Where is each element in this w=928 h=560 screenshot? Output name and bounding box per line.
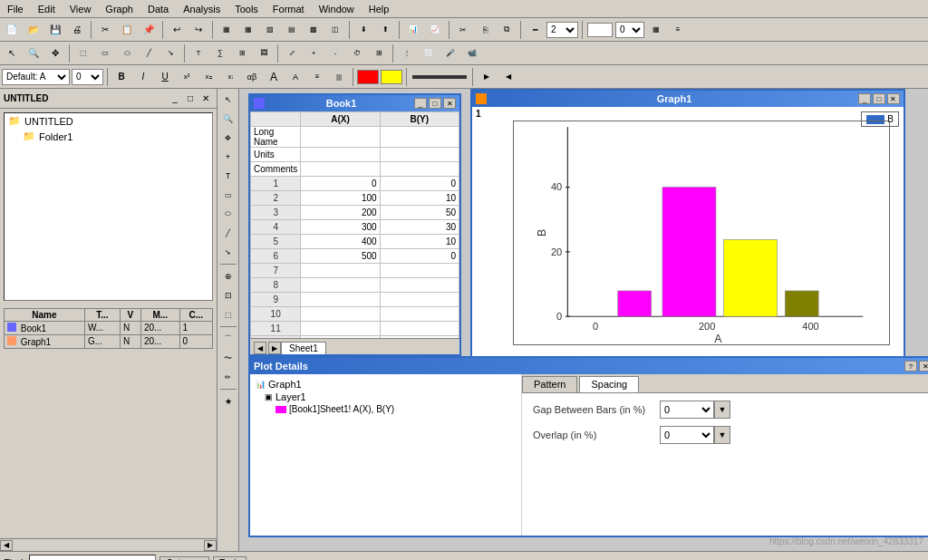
tb-g1[interactable]: ✂	[453, 20, 473, 40]
sheet-cell-a-4[interactable]: 100	[301, 191, 380, 206]
tb-plot1[interactable]: 📊	[403, 20, 423, 40]
line-width-select[interactable]: 2	[546, 22, 578, 38]
video-btn[interactable]: 📹	[462, 43, 482, 63]
pan-btn[interactable]: ✥	[45, 43, 65, 63]
overlap-dropdown-btn[interactable]: ▼	[714, 426, 730, 444]
sheet-cell-a-10[interactable]	[301, 278, 380, 293]
sheet-cell-b-5[interactable]: 50	[380, 206, 459, 220]
font-color-box[interactable]	[357, 70, 379, 84]
sheet-cell-a-7[interactable]: 400	[301, 235, 380, 249]
text-btn[interactable]: T	[188, 43, 208, 63]
pd-tree-plot[interactable]: [Book1]Sheet1! A(X), B(Y)	[254, 403, 517, 415]
lt-select[interactable]: ⊡	[219, 286, 237, 304]
arrow-btn[interactable]: ➘	[160, 43, 180, 63]
sheet-cell-a-13[interactable]	[301, 322, 380, 336]
lt-region[interactable]: ⬚	[219, 305, 237, 323]
book1-maximize-btn[interactable]: □	[429, 98, 441, 109]
align-left[interactable]: ≡	[307, 67, 327, 87]
tb-line1[interactable]: ━	[525, 20, 545, 40]
tb-btn-c[interactable]: ▧	[260, 20, 280, 40]
greek-button[interactable]: αβ	[242, 67, 262, 87]
italic-button[interactable]: I	[133, 67, 153, 87]
sheet-cell-b-13[interactable]	[380, 322, 459, 336]
pd-help-btn[interactable]: ?	[904, 361, 917, 372]
tree-item-folder1[interactable]: 📁 Folder1	[5, 129, 212, 144]
tb-btn-b[interactable]: ▦	[238, 20, 258, 40]
tb-btn-d[interactable]: ▤	[282, 20, 302, 40]
tb-btn-a[interactable]: ▦	[217, 20, 237, 40]
menu-item-tools[interactable]: Tools	[227, 2, 266, 16]
tb-g3[interactable]: ⧉	[497, 20, 517, 40]
underline-button[interactable]: U	[155, 67, 175, 87]
color-box[interactable]	[587, 23, 613, 37]
tb-g2[interactable]: ⎘	[475, 20, 495, 40]
redo-button[interactable]: ↪	[188, 20, 208, 40]
menu-item-analysis[interactable]: Analysis	[176, 2, 227, 16]
lt-rect[interactable]: ▭	[219, 186, 237, 204]
sheet-cell-b-9[interactable]	[380, 264, 459, 278]
sheet-cell-a-8[interactable]: 500	[301, 249, 380, 264]
tree-minimize[interactable]: _	[168, 92, 182, 105]
copy-button[interactable]: 📋	[117, 20, 137, 40]
undo-button[interactable]: ↩	[167, 20, 187, 40]
menu-item-file[interactable]: File	[0, 2, 31, 16]
pointer-btn[interactable]: ↖	[2, 43, 22, 63]
big-font-button[interactable]: A	[264, 67, 284, 87]
paste-button[interactable]: 📌	[139, 20, 159, 40]
tab-pattern[interactable]: Pattern	[522, 376, 577, 392]
graph1-minimize-btn[interactable]: _	[858, 93, 871, 104]
lt-curve[interactable]: ⌒	[219, 330, 237, 348]
align-right[interactable]: |||	[329, 67, 349, 87]
tb-btn-f[interactable]: ◫	[325, 20, 345, 40]
font-select[interactable]: Default: A	[2, 69, 70, 85]
lt-pointer[interactable]: ↖	[219, 91, 237, 109]
object-row-book1[interactable]: Book1 W... N 20... 1	[5, 321, 213, 334]
sheet-cell-b-8[interactable]: 0	[380, 249, 459, 264]
sheet-cell-b-3[interactable]: 0	[380, 177, 459, 191]
fontsize-select[interactable]: 0	[72, 69, 103, 85]
special-char-button[interactable]: xᵢ	[220, 67, 240, 87]
sheet-cell-a-11[interactable]	[301, 293, 380, 307]
tb-plot2[interactable]: 📈	[425, 20, 445, 40]
sheet-cell-b-1[interactable]	[380, 148, 459, 162]
sheet-cell-b-11[interactable]	[380, 293, 459, 307]
sheet-cell-b-12[interactable]	[380, 307, 459, 322]
sheet-cell-b-7[interactable]: 10	[380, 235, 459, 249]
new-file-button[interactable]: 📄	[2, 20, 22, 40]
tree-item-untitled[interactable]: 📁 UNTITLED	[5, 113, 212, 129]
lt-draw[interactable]: +	[219, 148, 237, 166]
menu-item-view[interactable]: View	[63, 2, 99, 16]
menu-item-edit[interactable]: Edit	[31, 2, 63, 16]
lt-text[interactable]: T	[219, 167, 237, 185]
lt-zoom[interactable]: 🔍	[219, 110, 237, 128]
line-btn[interactable]: ╱	[139, 43, 159, 63]
menu-item-help[interactable]: Help	[362, 2, 397, 16]
superscript-button[interactable]: x²	[177, 67, 197, 87]
lt-marker[interactable]: ★	[219, 392, 237, 410]
lt-bezier[interactable]: 〜	[219, 349, 237, 367]
zoomin-btn[interactable]: +	[304, 43, 324, 63]
draw-btn[interactable]: ⬚	[73, 43, 93, 63]
img-btn[interactable]: 🖼	[254, 43, 274, 63]
pd-tree-layer1[interactable]: ▣ Layer1	[254, 391, 517, 403]
gap-dropdown-btn[interactable]: ▼	[714, 401, 730, 419]
bold-button[interactable]: B	[111, 67, 131, 87]
overlap-select[interactable]: 0	[660, 426, 714, 444]
topic-tab[interactable]: Topic	[213, 556, 246, 561]
lt-freehand[interactable]: ✏	[219, 368, 237, 386]
book1-minimize-btn[interactable]: _	[414, 98, 427, 109]
scroll-right-btn[interactable]: ▶	[204, 540, 217, 551]
sheet-cell-a-3[interactable]: 0	[301, 177, 380, 191]
cut-button[interactable]: ✂	[95, 20, 115, 40]
left-panel-scrollbar-h[interactable]: ◀ ▶	[0, 538, 217, 551]
sheet-nav-left[interactable]: ◀	[254, 342, 266, 354]
graph1-maximize-btn[interactable]: □	[873, 93, 885, 104]
sheet-cell-b-4[interactable]: 10	[380, 191, 459, 206]
fill-btn[interactable]: ▦	[646, 20, 666, 40]
sheet1-tab[interactable]: Sheet1	[281, 342, 326, 354]
formula-btn[interactable]: ∑	[210, 43, 230, 63]
category-tab[interactable]: Category	[160, 556, 209, 561]
sheet-cell-b-0[interactable]	[380, 127, 459, 148]
tb-export[interactable]: ⬆	[375, 20, 395, 40]
menu-item-data[interactable]: Data	[140, 2, 176, 16]
